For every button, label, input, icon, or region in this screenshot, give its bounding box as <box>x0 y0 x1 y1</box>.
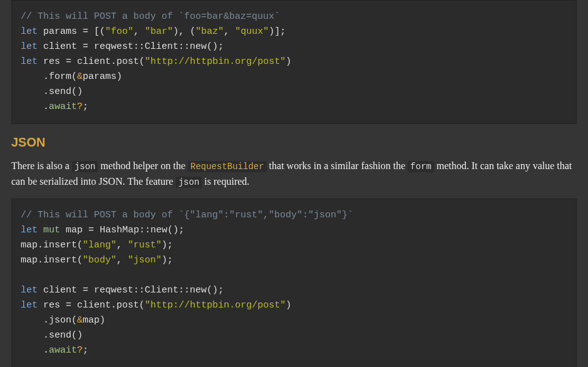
ident: reqwest::Client::new(); <box>94 41 224 52</box>
str: "body" <box>83 255 116 266</box>
semi: ; <box>83 101 88 112</box>
ident: client.post( <box>77 300 145 311</box>
punct: )]; <box>269 26 286 37</box>
kw-let: let <box>21 56 38 67</box>
ident: .form( <box>21 71 77 82</box>
eq: = <box>66 56 71 67</box>
ident: HashMap::new(); <box>100 225 184 235</box>
ident: map.insert( <box>21 255 83 266</box>
ident: .send() <box>21 330 83 341</box>
dot: . <box>21 101 49 112</box>
str-url: "http://httpbin.org/post" <box>145 56 286 67</box>
ident: map <box>83 315 100 326</box>
punct: ); <box>162 240 173 251</box>
punct: ), ( <box>173 26 195 37</box>
text: that works in a similar fashion the <box>267 160 408 171</box>
ident: reqwest::Client::new(); <box>94 285 224 296</box>
punct: [( <box>94 26 105 37</box>
ident: .send() <box>21 86 83 97</box>
ident-res: res <box>43 300 60 311</box>
code-comment: // This will POST a body of `foo=bar&baz… <box>21 11 280 22</box>
text: is required. <box>202 176 249 187</box>
punct: ); <box>162 255 173 266</box>
comma: , <box>133 26 139 37</box>
ident: params <box>83 71 116 82</box>
ident: .json( <box>21 315 77 326</box>
str: "json" <box>128 255 162 266</box>
semi: ; <box>83 345 88 356</box>
ident-res: res <box>43 56 60 67</box>
str: "bar" <box>145 26 173 37</box>
kw-await: await <box>49 345 77 356</box>
op-q: ? <box>77 345 83 356</box>
kw-mut: mut <box>43 225 60 235</box>
comma: , <box>224 26 229 37</box>
op-q: ? <box>77 101 83 112</box>
eq: = <box>88 225 94 235</box>
eq: = <box>83 41 88 52</box>
amp: & <box>77 315 83 326</box>
code-block-form: // This will POST a body of `foo=bar&baz… <box>11 0 577 124</box>
code-block-json: // This will POST a body of `{"lang":"ru… <box>11 199 577 367</box>
ident: client.post( <box>77 56 145 67</box>
str: "rust" <box>128 240 162 251</box>
prose-json: There is also a json method helper on th… <box>11 158 577 190</box>
kw-let: let <box>21 225 38 235</box>
inline-code-form: form <box>408 161 434 172</box>
ident-params: params <box>43 26 77 37</box>
dot: . <box>21 345 49 356</box>
str: "foo" <box>105 26 133 37</box>
eq: = <box>83 26 88 37</box>
kw-let: let <box>21 26 38 37</box>
kw-let: let <box>21 41 38 52</box>
str-url: "http://httpbin.org/post" <box>145 300 286 311</box>
section-heading-json: JSON <box>11 135 577 150</box>
kw-let: let <box>21 300 38 311</box>
str: "lang" <box>83 240 116 251</box>
kw-await: await <box>49 101 77 112</box>
inline-code-json: json <box>72 161 98 172</box>
ident-client: client <box>43 41 77 52</box>
punct: ) <box>286 300 291 311</box>
punct: ) <box>116 71 122 82</box>
ident-map: map <box>66 225 83 235</box>
code-comment: // This will POST a body of `{"lang":"ru… <box>21 210 353 220</box>
inline-code-requestbuilder: RequestBuilder <box>188 161 267 172</box>
eq: = <box>66 300 71 311</box>
comma: , <box>116 240 122 251</box>
comma: , <box>116 255 122 266</box>
doc-page: // This will POST a body of `foo=bar&baz… <box>0 0 588 367</box>
punct: ) <box>286 56 291 67</box>
ident-client: client <box>43 285 77 296</box>
text: There is also a <box>11 160 72 171</box>
kw-let: let <box>21 285 38 296</box>
text: method helper on the <box>98 160 188 171</box>
str: "quux" <box>235 26 269 37</box>
str: "baz" <box>195 26 224 37</box>
punct: ) <box>100 315 105 326</box>
amp: & <box>77 71 83 82</box>
ident: map.insert( <box>21 240 83 251</box>
link-requestbuilder[interactable]: RequestBuilder <box>188 160 267 171</box>
eq: = <box>83 285 88 296</box>
inline-code-json-feature: json <box>176 177 202 188</box>
